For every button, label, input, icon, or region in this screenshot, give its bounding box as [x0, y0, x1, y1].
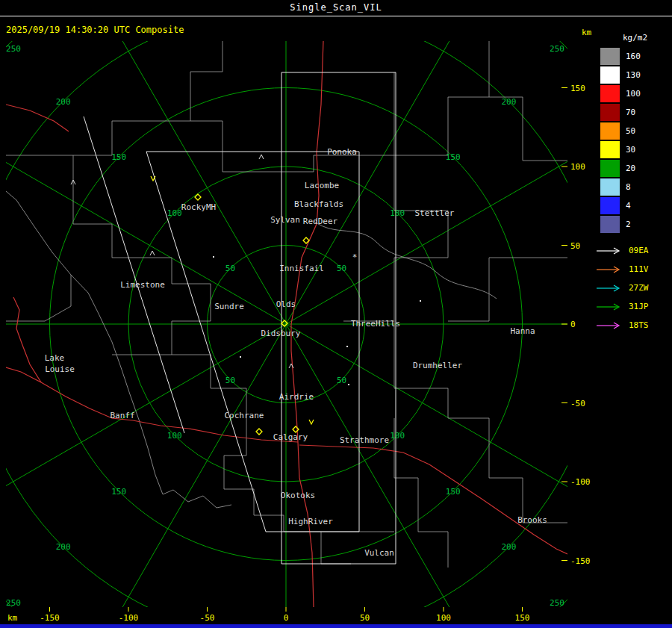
county-boundary [71, 275, 231, 508]
range-label: 150 [446, 487, 461, 497]
legend-value: 2 [626, 220, 631, 229]
city-label: Strathmore [340, 435, 389, 445]
station-id: 09EA [629, 246, 649, 255]
x-axis-unit: km [7, 613, 18, 623]
legend-level-row: 160 [591, 47, 671, 66]
legend-station-row: 27ZW [591, 279, 671, 297]
range-label: 250 [550, 44, 564, 54]
county-boundary [314, 221, 497, 299]
city-label: Didsbury [261, 329, 301, 338]
color-swatch [600, 104, 620, 121]
axis-label: -50 [200, 613, 215, 623]
legend-value: 4 [626, 201, 631, 211]
legend-level-row: 20 [591, 159, 671, 178]
y-axis-unit: km [582, 28, 592, 37]
map-layer: 5050505010010010010015015015015020020020… [0, 0, 672, 628]
station-arrow-icon [596, 284, 624, 293]
legend-level-row: 2 [591, 215, 671, 234]
city-label: Cochrane [225, 411, 264, 420]
city-label: Limestone [120, 280, 165, 290]
radar-map: 5050505010010010010015015015015020020020… [0, 0, 672, 628]
range-label: 250 [6, 598, 21, 608]
county-boundary [448, 258, 567, 321]
color-swatch [600, 178, 620, 196]
legend-value: 160 [626, 52, 641, 61]
legend-unit: kg/m2 [623, 33, 671, 43]
range-label: 200 [56, 542, 71, 552]
legend-station-row: 09EA [591, 241, 671, 260]
range-label: 100 [167, 208, 182, 218]
legend-value: 130 [626, 70, 641, 80]
city-label: Lacombe [305, 181, 339, 190]
city-label: Blackfalds [294, 199, 343, 209]
county-boundary [190, 41, 223, 172]
county-boundary [223, 155, 394, 172]
legend-level-row: 70 [591, 103, 671, 122]
range-label: 250 [550, 598, 564, 608]
range-label: 50 [337, 376, 346, 385]
station-id: 18TS [629, 320, 649, 330]
city-label: Sylvan [270, 215, 300, 225]
color-swatch [600, 85, 620, 102]
station-legend: 09EA111V27ZW31JP18TS [591, 241, 671, 335]
city-label: Airdrie [279, 392, 314, 402]
storm-arrow-marker [151, 176, 155, 181]
legend-level-row: 100 [591, 84, 671, 103]
azimuth-spoke [286, 324, 641, 529]
county-boundary [224, 489, 351, 564]
county-boundary [6, 275, 71, 321]
city-label: Innisfail [279, 264, 324, 273]
axis-label: 150 [515, 613, 530, 623]
color-swatch [600, 197, 620, 214]
range-ring [0, 0, 672, 628]
city-label: Brooks [517, 515, 547, 525]
axis-label: -150 [570, 556, 591, 566]
legend-level-row: 130 [591, 66, 671, 84]
city-label: RockyMH [181, 202, 216, 212]
highway-line [299, 445, 567, 554]
town-marker: * [352, 252, 358, 262]
azimuth-spoke [81, 324, 286, 628]
range-label: 50 [225, 264, 235, 273]
town-marker [213, 256, 214, 258]
station-arrow-icon [596, 265, 624, 274]
city-label: Sundre [214, 302, 244, 311]
range-label: 250 [6, 44, 21, 54]
town-marker [240, 356, 241, 358]
legend-station-row: 111V [591, 260, 671, 279]
axis-label: 0 [570, 320, 576, 329]
city-label: Olds [276, 299, 296, 309]
county-boundary [394, 72, 448, 321]
range-label: 100 [167, 431, 182, 441]
station-arrow-icon [596, 302, 624, 311]
range-label: 100 [390, 431, 405, 441]
color-scale: 16013010070503020842 [591, 47, 671, 234]
axis-label: 100 [436, 613, 451, 623]
legend-value: 50 [626, 126, 635, 136]
city-label: HighRiver [288, 517, 333, 526]
range-label: 100 [390, 208, 405, 218]
range-label: 200 [501, 542, 516, 552]
legend-value: 30 [626, 145, 635, 155]
highway-line [13, 297, 41, 382]
legend-value: 100 [626, 89, 641, 99]
scan-sector-outline [84, 116, 184, 433]
station-arrow-icon [596, 246, 624, 255]
city-label: Lake [45, 353, 65, 363]
axis-label: -150 [40, 613, 60, 623]
azimuth-spoke [0, 119, 286, 324]
county-boundary [6, 191, 71, 275]
color-swatch [600, 122, 620, 140]
axis-label: -50 [570, 399, 585, 408]
station-arrow-icon [596, 321, 624, 330]
station-id: 27ZW [629, 283, 649, 293]
axis-label: 0 [284, 613, 289, 623]
range-label: 150 [111, 487, 126, 497]
axis-label: -100 [570, 477, 591, 487]
city-label: Okotoks [281, 491, 315, 500]
station-id: 111V [629, 264, 649, 274]
legend-value: 20 [626, 164, 635, 173]
axis-label: 150 [570, 84, 585, 93]
range-label: 150 [446, 152, 461, 162]
range-label: 150 [111, 152, 126, 162]
